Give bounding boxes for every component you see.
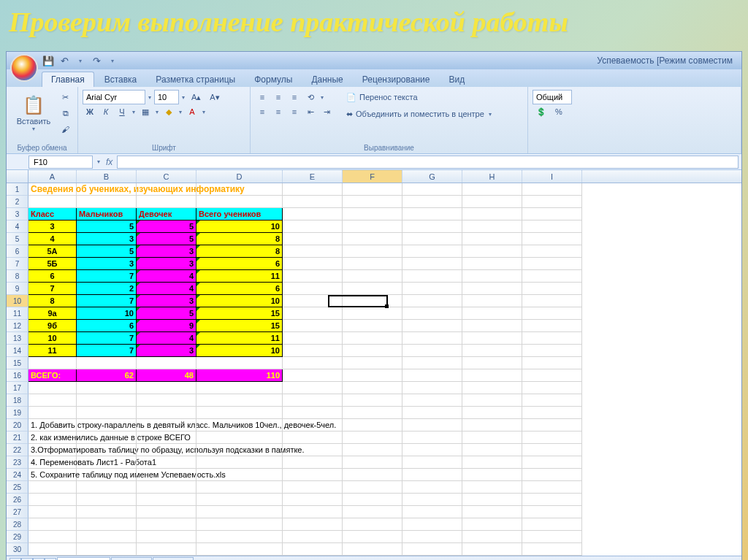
- cell[interactable]: [462, 295, 522, 307]
- indent-increase-icon[interactable]: ⇥: [319, 104, 334, 119]
- cell[interactable]: [196, 506, 283, 518]
- cell[interactable]: [402, 394, 462, 407]
- sheet-tab[interactable]: Работа 1: [57, 557, 110, 560]
- cell[interactable]: [462, 469, 522, 481]
- cell[interactable]: [77, 431, 137, 444]
- cell[interactable]: [137, 394, 196, 407]
- cell[interactable]: [522, 307, 582, 320]
- cell[interactable]: 5: [137, 233, 196, 245]
- cell[interactable]: 4: [137, 332, 196, 345]
- merge-center-button[interactable]: ⬌Объединить и поместить в центре▾: [343, 107, 511, 121]
- bold-button[interactable]: Ж: [83, 104, 97, 119]
- cell[interactable]: [402, 444, 462, 456]
- cell[interactable]: [462, 431, 522, 444]
- cell[interactable]: [283, 295, 343, 307]
- align-center-icon[interactable]: ≡: [271, 104, 286, 119]
- cell[interactable]: 15: [196, 307, 283, 320]
- cell[interactable]: 9а: [28, 307, 77, 320]
- cell[interactable]: 5. Сохраните таблицу под именем Успеваем…: [28, 469, 77, 481]
- cell[interactable]: [522, 295, 582, 307]
- sheet-nav-first-icon[interactable]: ⏮: [9, 558, 21, 561]
- cell[interactable]: [77, 196, 137, 208]
- cell[interactable]: 110: [196, 369, 283, 382]
- row-header[interactable]: 15: [7, 357, 28, 369]
- cell[interactable]: [343, 407, 402, 419]
- cell[interactable]: 15: [196, 320, 283, 332]
- cell[interactable]: [402, 543, 462, 556]
- sheet-nav-next-icon[interactable]: ▶: [33, 558, 45, 561]
- cell[interactable]: [137, 357, 196, 369]
- row-header[interactable]: 21: [7, 431, 28, 444]
- cell[interactable]: [28, 394, 77, 407]
- cell[interactable]: [28, 382, 77, 394]
- cell[interactable]: 10: [28, 332, 77, 345]
- cell[interactable]: [283, 394, 343, 407]
- cell[interactable]: [137, 469, 196, 481]
- grow-font-icon[interactable]: A▴: [188, 90, 205, 104]
- cell[interactable]: [137, 444, 196, 456]
- cell[interactable]: [343, 419, 402, 431]
- cell[interactable]: [462, 369, 522, 382]
- cell[interactable]: [343, 332, 402, 345]
- cell[interactable]: [283, 444, 343, 456]
- cell[interactable]: [462, 220, 522, 233]
- row-header[interactable]: 17: [7, 382, 28, 394]
- cell[interactable]: [343, 183, 402, 196]
- cell[interactable]: [522, 320, 582, 332]
- cell[interactable]: [28, 506, 77, 518]
- chevron-down-icon[interactable]: ▾: [178, 109, 183, 115]
- row-header[interactable]: 26: [7, 494, 28, 506]
- cell[interactable]: [402, 419, 462, 431]
- cell[interactable]: 3: [137, 345, 196, 357]
- row-header[interactable]: 28: [7, 518, 28, 531]
- cell[interactable]: [283, 183, 343, 196]
- cell[interactable]: 8: [196, 245, 283, 258]
- cell[interactable]: 8: [28, 295, 77, 307]
- cell[interactable]: [343, 543, 402, 556]
- redo-icon[interactable]: ↷: [90, 54, 103, 67]
- cell[interactable]: [402, 506, 462, 518]
- row-header[interactable]: 12: [7, 320, 28, 332]
- cell[interactable]: 6: [196, 258, 283, 270]
- tab-pagelayout[interactable]: Разметка страницы: [147, 72, 244, 87]
- cell[interactable]: 7: [77, 295, 137, 307]
- cell[interactable]: [462, 456, 522, 469]
- cell[interactable]: [137, 456, 196, 469]
- cell[interactable]: [402, 196, 462, 208]
- row-header[interactable]: 29: [7, 531, 28, 543]
- cell[interactable]: [77, 183, 137, 196]
- cell[interactable]: 3: [77, 258, 137, 270]
- cell[interactable]: [196, 518, 283, 531]
- cell[interactable]: [283, 369, 343, 382]
- cell[interactable]: [343, 295, 402, 307]
- cell[interactable]: [522, 258, 582, 270]
- cell[interactable]: [283, 382, 343, 394]
- cell[interactable]: [137, 518, 196, 531]
- cell[interactable]: [462, 518, 522, 531]
- cell[interactable]: [343, 456, 402, 469]
- cell[interactable]: 62: [77, 369, 137, 382]
- cell[interactable]: [283, 258, 343, 270]
- font-color-icon[interactable]: A: [185, 104, 199, 119]
- cell[interactable]: [77, 518, 137, 531]
- cell[interactable]: [283, 456, 343, 469]
- cell[interactable]: [343, 494, 402, 506]
- cell[interactable]: 10: [196, 295, 283, 307]
- cell[interactable]: 5А: [28, 245, 77, 258]
- cell[interactable]: [196, 196, 283, 208]
- cell[interactable]: [522, 419, 582, 431]
- row-header[interactable]: 30: [7, 543, 28, 556]
- cell[interactable]: [402, 332, 462, 345]
- cell[interactable]: [343, 307, 402, 320]
- cell[interactable]: [402, 295, 462, 307]
- cell[interactable]: [462, 481, 522, 494]
- cell[interactable]: [196, 419, 283, 431]
- cell[interactable]: Сведения об учениках, изучающих информат…: [28, 183, 77, 196]
- row-header[interactable]: 3: [7, 208, 28, 220]
- cell[interactable]: [343, 196, 402, 208]
- formula-bar[interactable]: [117, 156, 739, 169]
- cell[interactable]: [402, 469, 462, 481]
- underline-button[interactable]: Ч: [115, 104, 129, 119]
- cell[interactable]: [77, 419, 137, 431]
- cell[interactable]: [28, 481, 77, 494]
